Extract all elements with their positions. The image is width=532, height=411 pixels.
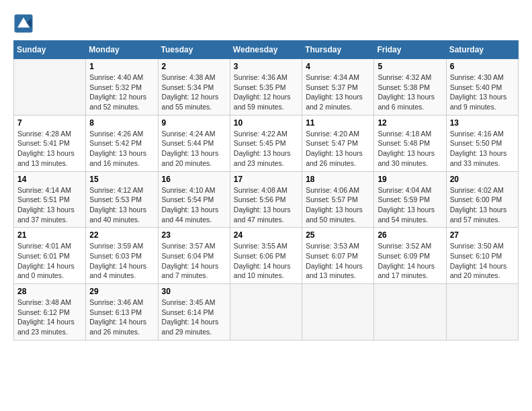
calendar-cell: 28Sunrise: 3:48 AM Sunset: 6:12 PM Dayli… bbox=[14, 284, 86, 340]
day-info: Sunrise: 4:14 AM Sunset: 5:51 PM Dayligh… bbox=[17, 185, 82, 225]
calendar-cell: 10Sunrise: 4:22 AM Sunset: 5:45 PM Dayli… bbox=[230, 115, 302, 171]
day-info: Sunrise: 4:24 AM Sunset: 5:44 PM Dayligh… bbox=[162, 129, 226, 169]
calendar-cell: 1Sunrise: 4:40 AM Sunset: 5:32 PM Daylig… bbox=[86, 59, 158, 116]
day-number: 29 bbox=[89, 287, 154, 296]
day-header-monday: Monday bbox=[86, 41, 158, 59]
day-number: 14 bbox=[17, 175, 82, 184]
day-number: 7 bbox=[17, 118, 82, 128]
day-info: Sunrise: 3:59 AM Sunset: 6:03 PM Dayligh… bbox=[89, 241, 154, 281]
calendar-cell bbox=[14, 59, 86, 116]
day-number: 8 bbox=[89, 118, 154, 128]
calendar-cell: 20Sunrise: 4:02 AM Sunset: 6:00 PM Dayli… bbox=[446, 171, 518, 228]
day-header-tuesday: Tuesday bbox=[158, 41, 230, 59]
day-number: 20 bbox=[450, 175, 515, 184]
calendar-cell: 8Sunrise: 4:26 AM Sunset: 5:42 PM Daylig… bbox=[86, 115, 158, 171]
day-header-saturday: Saturday bbox=[446, 41, 518, 59]
calendar-cell: 12Sunrise: 4:18 AM Sunset: 5:48 PM Dayli… bbox=[374, 115, 446, 171]
day-header-sunday: Sunday bbox=[14, 41, 86, 59]
calendar-body: 1Sunrise: 4:40 AM Sunset: 5:32 PM Daylig… bbox=[14, 59, 519, 340]
day-header-thursday: Thursday bbox=[302, 41, 374, 59]
calendar-cell: 9Sunrise: 4:24 AM Sunset: 5:44 PM Daylig… bbox=[158, 115, 230, 171]
calendar-cell: 23Sunrise: 3:57 AM Sunset: 6:04 PM Dayli… bbox=[158, 228, 230, 284]
calendar-cell: 4Sunrise: 4:34 AM Sunset: 5:37 PM Daylig… bbox=[302, 59, 374, 116]
calendar-cell bbox=[302, 284, 374, 340]
day-info: Sunrise: 3:48 AM Sunset: 6:12 PM Dayligh… bbox=[17, 298, 82, 337]
day-number: 12 bbox=[378, 118, 442, 128]
day-info: Sunrise: 4:36 AM Sunset: 5:35 PM Dayligh… bbox=[234, 73, 298, 112]
day-number: 30 bbox=[162, 287, 226, 296]
logo-icon bbox=[13, 13, 34, 34]
day-number: 9 bbox=[162, 118, 226, 128]
day-info: Sunrise: 4:10 AM Sunset: 5:54 PM Dayligh… bbox=[162, 185, 226, 225]
calendar-table: SundayMondayTuesdayWednesdayThursdayFrid… bbox=[13, 40, 519, 340]
calendar-cell: 24Sunrise: 3:55 AM Sunset: 6:06 PM Dayli… bbox=[230, 228, 302, 284]
calendar-cell bbox=[446, 284, 518, 340]
day-info: Sunrise: 4:16 AM Sunset: 5:50 PM Dayligh… bbox=[450, 129, 515, 169]
day-info: Sunrise: 4:12 AM Sunset: 5:53 PM Dayligh… bbox=[89, 185, 154, 225]
day-number: 17 bbox=[234, 175, 298, 184]
day-number: 27 bbox=[450, 230, 515, 240]
day-info: Sunrise: 4:04 AM Sunset: 5:59 PM Dayligh… bbox=[378, 185, 442, 225]
day-number: 23 bbox=[162, 230, 226, 240]
calendar-cell: 2Sunrise: 4:38 AM Sunset: 5:34 PM Daylig… bbox=[158, 59, 230, 116]
day-number: 1 bbox=[89, 62, 154, 71]
calendar-cell: 29Sunrise: 3:46 AM Sunset: 6:13 PM Dayli… bbox=[86, 284, 158, 340]
calendar-cell: 27Sunrise: 3:50 AM Sunset: 6:10 PM Dayli… bbox=[446, 228, 518, 284]
day-number: 22 bbox=[89, 230, 154, 240]
day-info: Sunrise: 4:32 AM Sunset: 5:38 PM Dayligh… bbox=[378, 73, 442, 112]
day-number: 18 bbox=[306, 175, 370, 184]
calendar-cell bbox=[374, 284, 446, 340]
logo bbox=[13, 13, 35, 34]
calendar-cell: 15Sunrise: 4:12 AM Sunset: 5:53 PM Dayli… bbox=[86, 171, 158, 228]
day-number: 4 bbox=[306, 62, 370, 71]
day-info: Sunrise: 4:26 AM Sunset: 5:42 PM Dayligh… bbox=[89, 129, 154, 169]
calendar-cell: 17Sunrise: 4:08 AM Sunset: 5:56 PM Dayli… bbox=[230, 171, 302, 228]
page-header bbox=[13, 13, 519, 34]
calendar-cell: 6Sunrise: 4:30 AM Sunset: 5:40 PM Daylig… bbox=[446, 59, 518, 116]
day-info: Sunrise: 4:34 AM Sunset: 5:37 PM Dayligh… bbox=[306, 73, 370, 112]
day-info: Sunrise: 4:01 AM Sunset: 6:01 PM Dayligh… bbox=[17, 241, 82, 281]
day-info: Sunrise: 3:55 AM Sunset: 6:06 PM Dayligh… bbox=[234, 241, 298, 281]
day-number: 15 bbox=[89, 175, 154, 184]
calendar-cell: 19Sunrise: 4:04 AM Sunset: 5:59 PM Dayli… bbox=[374, 171, 446, 228]
day-info: Sunrise: 4:22 AM Sunset: 5:45 PM Dayligh… bbox=[234, 129, 298, 169]
day-number: 19 bbox=[378, 175, 442, 184]
day-number: 3 bbox=[234, 62, 298, 71]
calendar-cell: 26Sunrise: 3:52 AM Sunset: 6:09 PM Dayli… bbox=[374, 228, 446, 284]
day-info: Sunrise: 4:20 AM Sunset: 5:47 PM Dayligh… bbox=[306, 129, 370, 169]
calendar-week-row: 7Sunrise: 4:28 AM Sunset: 5:41 PM Daylig… bbox=[14, 115, 519, 171]
day-number: 13 bbox=[450, 118, 515, 128]
day-number: 26 bbox=[378, 230, 442, 240]
calendar-cell bbox=[230, 284, 302, 340]
calendar-cell: 13Sunrise: 4:16 AM Sunset: 5:50 PM Dayli… bbox=[446, 115, 518, 171]
day-info: Sunrise: 4:06 AM Sunset: 5:57 PM Dayligh… bbox=[306, 185, 370, 225]
day-info: Sunrise: 4:30 AM Sunset: 5:40 PM Dayligh… bbox=[450, 73, 515, 112]
day-info: Sunrise: 4:28 AM Sunset: 5:41 PM Dayligh… bbox=[17, 129, 82, 169]
day-info: Sunrise: 3:46 AM Sunset: 6:13 PM Dayligh… bbox=[89, 298, 154, 337]
calendar-cell: 5Sunrise: 4:32 AM Sunset: 5:38 PM Daylig… bbox=[374, 59, 446, 116]
day-info: Sunrise: 3:50 AM Sunset: 6:10 PM Dayligh… bbox=[450, 241, 515, 281]
day-header-wednesday: Wednesday bbox=[230, 41, 302, 59]
day-number: 5 bbox=[378, 62, 442, 71]
day-number: 11 bbox=[306, 118, 370, 128]
calendar-week-row: 14Sunrise: 4:14 AM Sunset: 5:51 PM Dayli… bbox=[14, 171, 519, 228]
day-number: 6 bbox=[450, 62, 515, 71]
day-number: 28 bbox=[17, 287, 82, 296]
day-number: 24 bbox=[234, 230, 298, 240]
calendar-header-row: SundayMondayTuesdayWednesdayThursdayFrid… bbox=[14, 41, 519, 59]
calendar-cell: 3Sunrise: 4:36 AM Sunset: 5:35 PM Daylig… bbox=[230, 59, 302, 116]
calendar-cell: 21Sunrise: 4:01 AM Sunset: 6:01 PM Dayli… bbox=[14, 228, 86, 284]
day-info: Sunrise: 3:45 AM Sunset: 6:14 PM Dayligh… bbox=[162, 298, 226, 337]
calendar-cell: 25Sunrise: 3:53 AM Sunset: 6:07 PM Dayli… bbox=[302, 228, 374, 284]
calendar-cell: 14Sunrise: 4:14 AM Sunset: 5:51 PM Dayli… bbox=[14, 171, 86, 228]
day-number: 21 bbox=[17, 230, 82, 240]
day-number: 10 bbox=[234, 118, 298, 128]
day-info: Sunrise: 4:08 AM Sunset: 5:56 PM Dayligh… bbox=[234, 185, 298, 225]
day-number: 25 bbox=[306, 230, 370, 240]
calendar-week-row: 1Sunrise: 4:40 AM Sunset: 5:32 PM Daylig… bbox=[14, 59, 519, 116]
day-info: Sunrise: 4:18 AM Sunset: 5:48 PM Dayligh… bbox=[378, 129, 442, 169]
day-number: 2 bbox=[162, 62, 226, 71]
calendar-week-row: 28Sunrise: 3:48 AM Sunset: 6:12 PM Dayli… bbox=[14, 284, 519, 340]
day-info: Sunrise: 3:57 AM Sunset: 6:04 PM Dayligh… bbox=[162, 241, 226, 281]
day-info: Sunrise: 3:52 AM Sunset: 6:09 PM Dayligh… bbox=[378, 241, 442, 281]
